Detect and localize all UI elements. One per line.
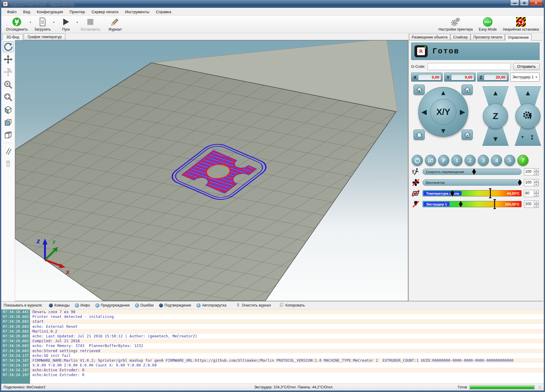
toolbar-button-plug[interactable]: Отсоединить▼ — [3, 16, 31, 32]
panel-tab-3[interactable]: Управление — [505, 34, 531, 40]
side-tool-top-view-cube[interactable] — [3, 130, 14, 140]
home-x-button[interactable]: X — [414, 85, 425, 95]
quick-button-P[interactable]: P — [438, 155, 449, 166]
menu-item-3[interactable]: Принтер — [66, 8, 88, 15]
ready-status: Готов — [458, 385, 467, 389]
target-marker[interactable] — [494, 201, 495, 208]
spin-down-icon[interactable]: ▼ — [534, 183, 539, 186]
slider-thumb[interactable] — [472, 169, 476, 175]
spin-up-icon[interactable]: ▲ — [534, 190, 539, 193]
side-tool-front-view-cube[interactable] — [3, 117, 14, 128]
gcode-input[interactable] — [428, 63, 511, 70]
extrude-slow-icon[interactable]: ▼ — [521, 136, 524, 139]
menu-item-5[interactable]: Инструменты — [122, 8, 153, 15]
toolbar-button-pencil[interactable]: Журнал — [103, 16, 127, 32]
target-marker[interactable] — [490, 190, 491, 197]
slider-2[interactable]: Температура стола44,20°C — [423, 190, 522, 196]
quick-button-5[interactable]: 5 — [504, 155, 515, 166]
side-tool-parallel-projection[interactable] — [3, 145, 14, 156]
slider-thumb[interactable] — [518, 179, 522, 186]
log-action-copy[interactable]: Копировать — [277, 302, 308, 309]
menu-item-0[interactable]: Файл — [4, 8, 20, 15]
gcode-send-button[interactable]: Отправить — [513, 63, 540, 70]
slider-3[interactable]: Экструдер 1104,30°C — [423, 201, 522, 207]
side-tool-move-object[interactable] — [3, 67, 14, 77]
spin-down-icon[interactable]: ▼ — [534, 193, 539, 197]
quick-button-1[interactable]: 1 — [451, 155, 462, 166]
side-tool-rotate-view[interactable] — [3, 41, 14, 52]
menu-item-2[interactable]: Конфигурация — [34, 8, 66, 15]
menu-item-1[interactable]: Вид — [20, 8, 34, 15]
quick-button-3[interactable]: 3 — [478, 155, 489, 166]
home-y-button[interactable]: Y — [462, 85, 473, 95]
resize-grip[interactable] — [538, 386, 541, 389]
log-lines[interactable]: 07:34:18.441Печать слоя 7 из 9807:34:20.… — [1, 310, 544, 384]
quick-button-4[interactable]: 4 — [491, 155, 502, 166]
print-progress-bar — [469, 385, 535, 390]
title-bar[interactable]: R Repetier-Host V1.6.2 - copter-roll-sky… — [1, 0, 544, 8]
slider-1[interactable]: Вентилятор — [423, 179, 522, 186]
spin-value[interactable]: 80 — [524, 190, 534, 197]
spin-value[interactable]: 200 — [524, 201, 534, 208]
spin-value[interactable]: 100 — [524, 179, 534, 186]
tab-temp-graph[interactable]: График температур — [24, 34, 66, 40]
home-z-button[interactable]: Z — [462, 130, 473, 140]
panel-tab-2[interactable]: Просмотр печати — [471, 34, 505, 40]
close-button[interactable]: ✕ — [529, 0, 543, 6]
log-filter-label: Инфо — [80, 303, 90, 307]
log-filter-5[interactable]: Автопрокрутка — [194, 302, 229, 308]
slider-thumb[interactable] — [459, 201, 463, 207]
log-filter-2[interactable]: Предупреждения — [93, 302, 132, 308]
home-all-button[interactable] — [414, 130, 425, 140]
quick-button-park[interactable] — [425, 155, 436, 166]
spin-up-icon[interactable]: ▲ — [534, 168, 539, 172]
extruder-select[interactable]: Экструдер 1▼ — [510, 73, 540, 82]
emergency-stop-button[interactable]: Аварийная остановка — [500, 16, 542, 32]
log-filter-3[interactable]: Ошибки — [132, 302, 157, 308]
tab-3d-view[interactable]: 3D-Вид — [2, 34, 23, 40]
spin-down-icon[interactable]: ▼ — [534, 204, 539, 208]
xy-jog-pad[interactable]: ▲ ▼ ◀ ▶ X/Y — [418, 87, 468, 137]
toolbar-button-document[interactable]: Загрузить▼ — [31, 16, 54, 32]
xy-pad-center[interactable]: X/Y — [430, 99, 456, 125]
printer-settings-label: Настройки принтера — [438, 27, 473, 31]
menu-item-4[interactable]: Сервер печати — [88, 8, 122, 15]
log-filter-4[interactable]: Подтверждение — [156, 302, 194, 308]
side-tool-fit-view[interactable] — [3, 92, 14, 103]
panel-tab-1[interactable]: Слайсер — [450, 34, 470, 40]
quick-button-power[interactable] — [412, 155, 423, 166]
toolbar-button-play[interactable]: Пуск▼ — [54, 16, 78, 32]
extruder-pad-center[interactable] — [515, 103, 540, 129]
easy-mode-button[interactable]: EASY Easy Mode — [476, 16, 500, 32]
extrude-fast-icon[interactable]: ▼▼ — [530, 135, 534, 141]
filter-dot-icon — [75, 304, 79, 307]
quick-button-?[interactable]: ? — [517, 155, 528, 166]
slider-0[interactable]: Скорость перемещения — [423, 169, 522, 175]
spin-up-icon[interactable]: ▲ — [534, 179, 539, 183]
jog-x-minus-arrow[interactable]: ◀ — [421, 109, 427, 115]
panel-tab-0[interactable]: Размещение объекта — [409, 34, 450, 40]
side-tool-delete-object[interactable] — [3, 158, 14, 169]
log-action-trash[interactable]: Очистить журнал — [233, 302, 274, 309]
slider-spinbox-1: 100▲▼ — [524, 179, 540, 186]
jog-x-plus-arrow[interactable]: ▶ — [460, 109, 465, 115]
3d-viewport[interactable]: z y x — [15, 40, 408, 301]
spin-up-icon[interactable]: ▲ — [534, 201, 539, 204]
menu-item-6[interactable]: Справка — [153, 8, 175, 15]
side-tool-move-view[interactable] — [3, 54, 14, 65]
spin-down-icon[interactable]: ▼ — [534, 172, 539, 175]
jog-y-minus-arrow[interactable]: ▼ — [440, 127, 447, 134]
log-row: 07:34:18.441Печать слоя 7 из 98 — [1, 310, 544, 314]
log-filter-0[interactable]: Команды — [46, 302, 72, 308]
z-pad-center[interactable]: Z — [483, 103, 508, 129]
log-filter-1[interactable]: Инфо — [72, 302, 93, 308]
side-tool-zoom-in[interactable] — [3, 79, 14, 90]
jog-y-plus-arrow[interactable]: ▲ — [440, 89, 447, 96]
temperature-status: Экструдер: 104,3°C/Откл. Панель: 44,2°C/… — [130, 385, 458, 389]
side-tool-iso-view-cube[interactable] — [3, 104, 14, 115]
minimize-button[interactable]: ▬ — [510, 0, 519, 6]
printer-settings-button[interactable]: Настройки принтера — [435, 16, 476, 32]
spin-value[interactable]: 100 — [524, 168, 534, 175]
quick-button-2[interactable]: 2 — [465, 155, 476, 166]
maximize-button[interactable]: ▣ — [520, 0, 529, 6]
